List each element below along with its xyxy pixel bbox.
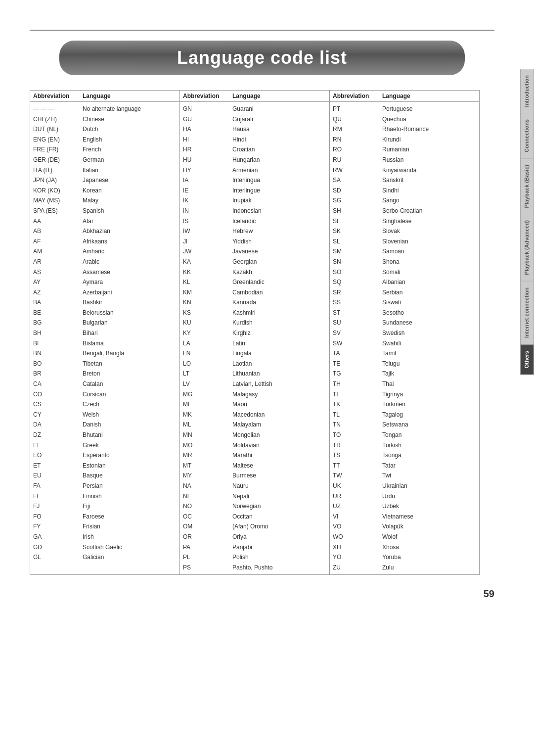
list-item: OROriya xyxy=(180,532,329,542)
list-item: ABAbkhazian xyxy=(30,226,179,236)
lang-cell: Sesotho xyxy=(382,308,476,318)
abbr-cell: BI xyxy=(33,339,83,348)
list-item: RORumanian xyxy=(330,144,479,155)
lang-cell: Xhosa xyxy=(382,543,476,552)
abbr-cell: IW xyxy=(183,227,232,236)
list-item: DADanish xyxy=(30,420,179,430)
tab-internet-connection[interactable]: Internet connection xyxy=(520,282,534,344)
abbr-cell: KM xyxy=(183,288,232,297)
abbr-cell: LO xyxy=(183,359,232,369)
abbr-cell: TS xyxy=(333,451,382,460)
list-item: ITA (IT)Italian xyxy=(30,165,179,176)
abbr-cell: SG xyxy=(333,196,382,205)
tab-playback-basic[interactable]: Playback (Basic) xyxy=(520,159,534,214)
abbr-cell: TA xyxy=(333,349,382,358)
list-item: PTPortuguese xyxy=(330,104,479,114)
abbr-cell: ML xyxy=(183,420,232,429)
lang-cell: Tamil xyxy=(382,349,476,358)
abbr-cell: MN xyxy=(183,430,232,440)
tab-playback-advanced[interactable]: Playback (Advanced) xyxy=(520,214,534,282)
abbr-cell: SQ xyxy=(333,278,382,287)
abbr-cell: BH xyxy=(33,329,83,338)
lang-cell: Quechua xyxy=(382,115,476,124)
list-item: QUQuechua xyxy=(330,114,479,125)
list-item: IWHebrew xyxy=(180,226,329,236)
col1-header: Abbreviation Language xyxy=(30,91,179,102)
list-item: IEInterlingue xyxy=(180,186,329,196)
lang-cell: Bashkir xyxy=(83,298,177,307)
lang-cell: Macedonian xyxy=(232,410,326,420)
tab-others[interactable]: Others xyxy=(520,344,534,375)
abbr-cell: KL xyxy=(183,278,232,287)
lang-cell: Hausa xyxy=(232,125,326,134)
lang-cell: Assamese xyxy=(83,268,177,277)
tab-connections[interactable]: Connections xyxy=(520,113,534,159)
abbr-cell: PL xyxy=(183,553,232,562)
abbr-cell: SI xyxy=(333,217,382,226)
tab-introduction[interactable]: Introduction xyxy=(520,69,534,113)
list-item: OCOccitan xyxy=(180,512,329,522)
abbr-cell: SU xyxy=(333,318,382,328)
list-item: ZUZulu xyxy=(330,563,479,573)
lang-cell: Galician xyxy=(83,553,177,562)
page-container: Language code list Introduction Connecti… xyxy=(0,0,534,614)
lang-cell: Bengali, Bangla xyxy=(83,349,177,358)
col3-header: Abbreviation Language xyxy=(330,91,479,102)
list-item: VOVolapük xyxy=(330,521,479,532)
list-item: TNSetswana xyxy=(330,420,479,430)
abbr-cell: FO xyxy=(33,512,83,521)
list-item: GLGalician xyxy=(30,552,179,563)
list-item: STSesotho xyxy=(330,308,479,318)
abbr-cell: BN xyxy=(33,349,83,358)
list-item: LALatin xyxy=(180,338,329,349)
lang-cell: Faroese xyxy=(83,512,177,521)
list-item: NENepali xyxy=(180,491,329,502)
abbr-cell: DUT (NL) xyxy=(33,125,83,134)
lang-cell: Georgian xyxy=(232,257,326,267)
lang-cell: Latvian, Lettish xyxy=(232,379,326,389)
lang-cell: Tibetan xyxy=(83,359,177,369)
list-item: GER (DE)German xyxy=(30,155,179,165)
lang-cell: Turkmen xyxy=(382,400,476,409)
list-item: HRCroatian xyxy=(180,144,329,155)
col3-rows: PTPortugueseQUQuechuaRMRhaeto-RomanceRNK… xyxy=(330,102,479,574)
list-item: MIMaori xyxy=(180,399,329,410)
lang-cell: Hebrew xyxy=(232,227,326,236)
list-item: GAIrish xyxy=(30,532,179,542)
abbr-cell: KY xyxy=(183,329,232,338)
abbr-cell: GER (DE) xyxy=(33,155,83,165)
list-item: ARArabic xyxy=(30,257,179,267)
page-number: 59 xyxy=(484,588,494,600)
list-item: KKKazakh xyxy=(180,267,329,278)
list-item: INIndonesian xyxy=(180,206,329,216)
abbr-cell: UZ xyxy=(333,502,382,511)
abbr-cell: SK xyxy=(333,227,382,236)
list-item: EOEsperanto xyxy=(30,450,179,461)
list-item: SOSomali xyxy=(330,267,479,278)
list-item: MAY (MS)Malay xyxy=(30,195,179,206)
lang-cell: Corsican xyxy=(83,390,177,399)
abbr-cell: VI xyxy=(333,512,382,521)
list-item: TKTurkmen xyxy=(330,399,479,410)
lang-cell: Albanian xyxy=(382,278,476,287)
lang-cell: Korean xyxy=(83,186,177,195)
abbr-cell: SD xyxy=(333,186,382,195)
lang-cell: Chinese xyxy=(83,115,177,124)
list-item: ENG (EN)English xyxy=(30,135,179,145)
abbr-cell: KN xyxy=(183,298,232,307)
abbr-cell: FJ xyxy=(33,502,83,511)
list-item: SMSamoan xyxy=(330,246,479,257)
list-item: SUSundanese xyxy=(330,318,479,328)
lang-cell: Turkish xyxy=(382,441,476,450)
list-item: TTTatar xyxy=(330,461,479,471)
list-item: ISIcelandic xyxy=(180,216,329,227)
lang-cell: Abkhazian xyxy=(83,227,177,236)
list-item: EUBasque xyxy=(30,471,179,481)
abbr-cell: MK xyxy=(183,410,232,420)
lang-cell: German xyxy=(83,155,177,165)
abbr-cell: SA xyxy=(333,176,382,185)
abbr-cell: UR xyxy=(333,492,382,501)
lang-cell: French xyxy=(83,145,177,154)
abbr-cell: HU xyxy=(183,155,232,165)
lang-cell: Danish xyxy=(83,420,177,429)
